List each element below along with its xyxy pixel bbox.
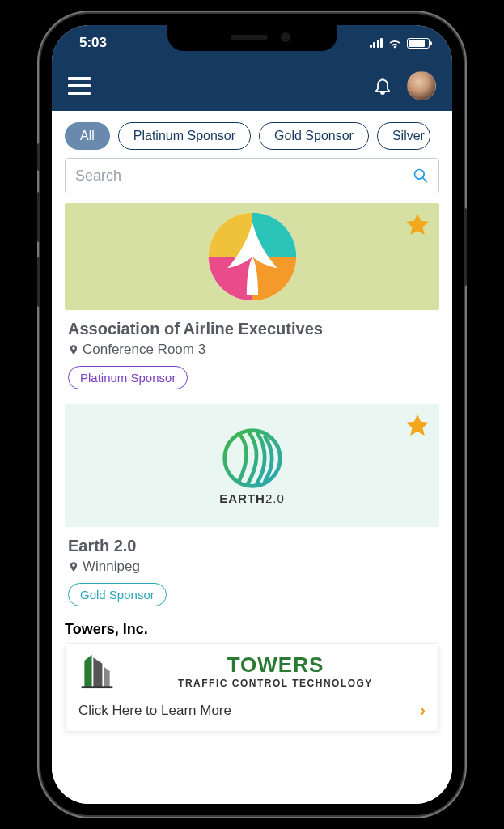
earth-logo-icon [221, 427, 284, 490]
search-icon[interactable] [413, 168, 429, 184]
cellular-icon [370, 38, 383, 48]
filter-chip-platinum[interactable]: Platinum Sponsor [118, 122, 251, 150]
side-button [37, 143, 40, 171]
volume-up-button [37, 192, 40, 242]
power-button [464, 208, 467, 286]
airline-logo-icon [205, 209, 300, 304]
favorite-star-icon[interactable] [404, 412, 431, 440]
search-box[interactable] [65, 158, 439, 193]
battery-icon [407, 38, 430, 49]
sponsor-location-text: Winnipeg [83, 559, 140, 575]
towers-heading: Towers, Inc. [52, 621, 452, 643]
sponsor-location-text: Conference Room 3 [83, 342, 205, 358]
filter-chip-gold[interactable]: Gold Sponsor [259, 122, 369, 150]
sponsor-banner [65, 203, 439, 310]
sponsor-card-body: Earth 2.0 Winnipeg Gold Sponsor [65, 527, 439, 606]
notch [167, 25, 337, 51]
towers-cta[interactable]: Click Here to Learn More › [66, 694, 438, 731]
svg-rect-4 [82, 686, 113, 688]
towers-logo-icon [78, 652, 116, 689]
towers-ad-card[interactable]: TOWERS TRAFFIC CONTROL TECHNOLOGY Click … [65, 643, 439, 732]
screen: 5:03 All Platinum Sponsor Gold Sponsor S… [52, 25, 452, 804]
earth-logo-label: EARTH2.0 [219, 491, 285, 505]
sponsor-banner: EARTH2.0 [65, 404, 439, 527]
location-pin-icon [68, 342, 79, 357]
sponsor-location: Conference Room 3 [68, 342, 436, 358]
favorite-star-icon[interactable] [404, 211, 431, 239]
sponsor-tag: Gold Sponsor [68, 583, 167, 606]
sponsor-card[interactable]: EARTH2.0 Earth 2.0 Winnipeg Gold Sponsor [65, 404, 439, 606]
towers-ad-top: TOWERS TRAFFIC CONTROL TECHNOLOGY [66, 644, 438, 694]
sponsor-location: Winnipeg [68, 559, 436, 575]
phone-frame: 5:03 All Platinum Sponsor Gold Sponsor S… [40, 14, 464, 815]
notifications-icon[interactable] [373, 76, 392, 96]
content: All Platinum Sponsor Gold Sponsor Silver [52, 111, 452, 804]
towers-cta-text: Click Here to Learn More [78, 703, 231, 719]
filter-row: All Platinum Sponsor Gold Sponsor Silver [52, 111, 452, 158]
volume-down-button [37, 257, 40, 307]
search-wrap [52, 158, 452, 203]
menu-button[interactable] [68, 77, 91, 95]
search-input[interactable] [75, 168, 413, 185]
svg-line-1 [423, 178, 427, 182]
chevron-right-icon: › [420, 700, 426, 721]
sponsor-card-body: Association of Airline Executives Confer… [65, 310, 439, 389]
sponsor-title: Earth 2.0 [68, 537, 436, 555]
location-pin-icon [68, 559, 79, 574]
status-time: 5:03 [71, 35, 107, 51]
sponsor-title: Association of Airline Executives [68, 320, 436, 338]
sponsor-tag: Platinum Sponsor [68, 366, 188, 389]
wifi-icon [388, 38, 402, 49]
filter-chip-silver[interactable]: Silver [377, 122, 430, 150]
status-indicators [370, 38, 434, 49]
sponsor-card[interactable]: Association of Airline Executives Confer… [65, 203, 439, 389]
towers-subline: TRAFFIC CONTROL TECHNOLOGY [125, 678, 426, 689]
app-header [52, 61, 452, 111]
towers-brand: TOWERS [125, 653, 426, 678]
filter-chip-all[interactable]: All [65, 122, 110, 150]
profile-avatar[interactable] [407, 71, 436, 100]
